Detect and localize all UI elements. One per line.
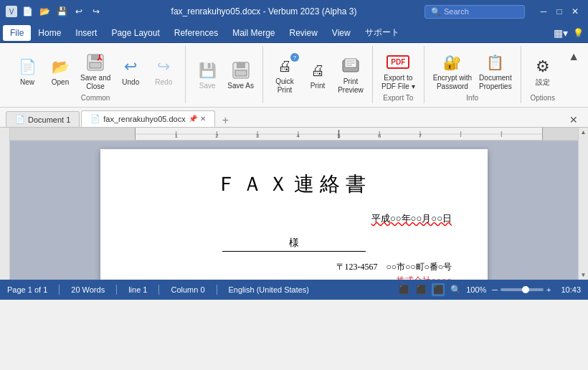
ribbon-collapse-btn[interactable]: ▲ xyxy=(565,49,582,65)
save-label: Save xyxy=(199,82,216,90)
zoom-thumb[interactable] xyxy=(522,286,529,293)
open-label: Open xyxy=(52,78,69,87)
scroll-up-btn[interactable]: ▲ xyxy=(581,129,587,136)
print-button[interactable]: 🖨 Print xyxy=(302,57,333,93)
title-search-box[interactable]: 🔍 Search xyxy=(425,5,525,19)
encrypt-icon: 🔐 xyxy=(442,52,463,72)
save-tb-btn[interactable]: 💾 xyxy=(54,4,69,19)
document-area[interactable]: ＦＡＸ連絡書 平成○○年○○月○○日 様 〒123-4567 ○○市○○町○番○… xyxy=(10,141,578,280)
save-button[interactable]: 💾 Save xyxy=(191,57,223,93)
status-right: ⬛ ⬛ ⬛ 🔍 100% ─ + 10:43 xyxy=(397,283,581,296)
help-bulb-btn[interactable]: 💡 xyxy=(571,26,585,40)
open-icon: 📂 xyxy=(50,57,70,77)
save-icon: 💾 xyxy=(197,60,217,80)
save-close-icon xyxy=(85,52,105,72)
menu-file[interactable]: File xyxy=(3,25,31,41)
doc-properties-button[interactable]: 📋 DocumentProperties xyxy=(476,49,515,94)
layout-toggle-btn[interactable]: ▦▾ xyxy=(554,26,568,40)
tab-bar: 📄 Document 1 📄 fax_renrakuhyo05.docx 📌 ✕… xyxy=(0,108,588,128)
open-tb-btn[interactable]: 📂 xyxy=(37,4,52,19)
status-icon1[interactable]: ⬛ xyxy=(397,283,410,296)
options-group-label: Options xyxy=(530,94,554,103)
save-close-label: Save andClose xyxy=(80,74,110,91)
tab-document1[interactable]: 📄 Document 1 xyxy=(6,111,80,127)
document-title: ＦＡＸ連絡書 xyxy=(136,171,452,198)
quick-print-button[interactable]: 🖨 ? QuickPrint xyxy=(269,53,300,98)
menu-page-layout[interactable]: Page Layout xyxy=(104,25,166,41)
date-text: 平成○○年○○月○○日 xyxy=(371,213,452,224)
tab-pin-icon: 📌 xyxy=(189,115,197,123)
encrypt-label: Encrypt withPassword xyxy=(433,74,472,91)
print-icon: 🖨 xyxy=(308,60,328,80)
menu-view[interactable]: View xyxy=(325,25,358,41)
redo-button[interactable]: ↪ Redo xyxy=(148,54,179,90)
print-buttons: 🖨 ? QuickPrint 🖨 Print xyxy=(269,46,366,102)
redo-icon: ↪ xyxy=(153,57,174,77)
close-btn[interactable]: ✕ xyxy=(568,4,582,19)
tab-close-btn[interactable]: ✕ xyxy=(200,115,206,123)
doc-close-btn[interactable]: ✕ xyxy=(565,113,582,127)
print-preview-icon xyxy=(341,56,361,76)
status-icon2[interactable]: ⬛ xyxy=(414,283,427,296)
zoom-search-icon[interactable]: 🔍 xyxy=(449,283,462,296)
settings-button[interactable]: ⚙ 設定 xyxy=(527,54,559,90)
print-preview-label: PrintPreview xyxy=(338,77,364,95)
app-icon: V xyxy=(6,6,17,17)
encrypt-button[interactable]: 🔐 Encrypt withPassword xyxy=(430,49,475,94)
export-pdf-button[interactable]: PDF Export toPDF File ▾ xyxy=(379,49,418,94)
status-icon3[interactable]: ⬛ xyxy=(432,283,445,296)
menu-insert[interactable]: Insert xyxy=(68,25,104,41)
line-info: line 1 xyxy=(128,285,147,294)
menu-support[interactable]: サポート xyxy=(358,24,407,42)
zoom-slider[interactable]: 100% ─ + xyxy=(466,285,551,294)
zoom-minus-btn[interactable]: ─ xyxy=(492,285,498,294)
export-group-label: Export To xyxy=(383,94,413,103)
undo-tb-btn[interactable]: ↩ xyxy=(72,4,86,19)
save-buttons: 💾 Save Save As xyxy=(191,46,257,102)
options-buttons: ⚙ 設定 xyxy=(527,46,559,94)
info-group-label: Info xyxy=(466,94,478,103)
new-button[interactable]: 📄 New xyxy=(11,54,43,90)
right-scrollbar[interactable]: ▲ ▼ xyxy=(578,128,588,280)
undo-button[interactable]: ↩ Undo xyxy=(115,54,146,90)
save-close-button[interactable]: Save andClose xyxy=(77,49,113,94)
tab-fax-doc[interactable]: 📄 fax_renrakuhyo05.docx 📌 ✕ xyxy=(81,110,214,127)
svg-text:5: 5 xyxy=(337,133,341,139)
minimize-btn[interactable]: ─ xyxy=(536,4,551,19)
window-title: fax_renrakuhyo05.docx - Verbum 2023 (Alp… xyxy=(109,6,419,16)
maximize-btn[interactable]: □ xyxy=(552,4,566,19)
ruler-right-margin xyxy=(542,128,578,140)
window-controls: ─ □ ✕ xyxy=(536,4,582,19)
settings-icon: ⚙ xyxy=(533,57,553,77)
title-bar-icons: V 📄 📂 💾 ↩ ↪ xyxy=(6,4,103,19)
recipient-field: 様 xyxy=(222,237,366,252)
tab-doc1-icon: 📄 xyxy=(15,115,25,124)
svg-rect-2 xyxy=(90,62,101,68)
menu-references[interactable]: References xyxy=(167,25,225,41)
save-as-button[interactable]: Save As xyxy=(224,57,257,93)
ruler-left-margin xyxy=(10,128,136,140)
content-column: 1 2 3 4 5 6 7 ＦＡＸ連絡書 平成○○年○○月○○日 xyxy=(10,128,578,280)
menu-mail-merge[interactable]: Mail Merge xyxy=(225,25,282,41)
print-preview-button[interactable]: PrintPreview xyxy=(335,53,366,98)
ribbon-group-save: 💾 Save Save As xyxy=(186,46,263,103)
svg-text:1: 1 xyxy=(174,133,178,139)
main-area: 1 2 3 4 5 6 7 ＦＡＸ連絡書 平成○○年○○月○○日 xyxy=(0,128,588,280)
svg-text:2: 2 xyxy=(215,133,219,139)
menu-review[interactable]: Review xyxy=(283,25,325,41)
new-tb-btn[interactable]: 📄 xyxy=(20,4,34,19)
ribbon-groups: 📄 New 📂 Open xyxy=(6,46,582,103)
menu-home[interactable]: Home xyxy=(31,25,68,41)
new-tab-btn[interactable]: + xyxy=(219,114,232,127)
zoom-plus-btn[interactable]: + xyxy=(546,285,551,294)
redo-tb-btn[interactable]: ↪ xyxy=(89,4,103,19)
svg-text:7: 7 xyxy=(419,133,422,139)
scroll-down-btn[interactable]: ▼ xyxy=(581,272,587,278)
zoom-track[interactable] xyxy=(501,288,544,291)
document-page: ＦＡＸ連絡書 平成○○年○○月○○日 様 〒123-4567 ○○市○○町○番○… xyxy=(100,149,488,280)
open-button[interactable]: 📂 Open xyxy=(44,54,76,90)
language-info: English (United States) xyxy=(229,285,310,294)
title-bar: V 📄 📂 💾 ↩ ↪ fax_renrakuhyo05.docx - Verb… xyxy=(0,0,588,23)
menu-bar: File Home Insert Page Layout References … xyxy=(0,23,588,43)
company-name: 株式会社○○○○ xyxy=(136,274,452,280)
